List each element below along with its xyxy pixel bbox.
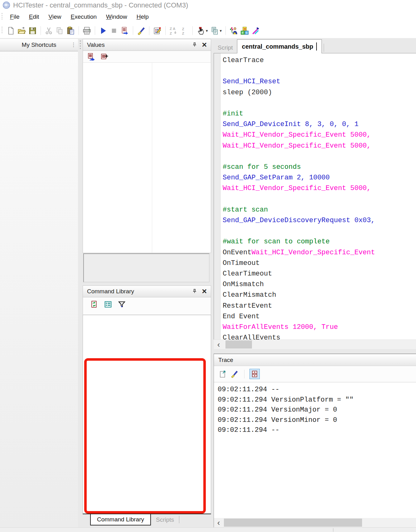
code-line: OnTimeout xyxy=(223,258,375,269)
scrollbar-thumb[interactable] xyxy=(224,519,362,527)
cut-button[interactable] xyxy=(44,25,54,36)
main-toolbar: ZAZZZ▾▾HFC xyxy=(0,23,416,38)
toolbar-gripper[interactable] xyxy=(2,27,2,34)
command-library-list[interactable] xyxy=(83,315,211,514)
scrollbar-thumb[interactable] xyxy=(225,340,252,349)
code-line: ClearTimeout xyxy=(223,269,375,279)
cut-icon xyxy=(45,27,53,35)
tab-script[interactable]: Script xyxy=(214,42,237,53)
dropdown-arrow-icon[interactable]: ▾ xyxy=(220,28,222,33)
stop-button[interactable] xyxy=(109,25,119,36)
new-file-button[interactable] xyxy=(6,25,16,36)
editor-horizontal-scrollbar[interactable]: ‹ xyxy=(214,339,416,349)
sort-z-button[interactable]: ZZ xyxy=(180,25,189,36)
toolbar-separator xyxy=(41,26,41,35)
open-file-icon xyxy=(17,27,26,35)
values-panel: Values ✕ xyxy=(83,39,211,253)
command-library-header[interactable]: Command Library ✕ xyxy=(83,286,211,297)
record-actions-button[interactable]: ▾ xyxy=(196,25,209,36)
panel-menu-dots-icon[interactable]: ⋮ xyxy=(71,41,76,48)
copy-button[interactable] xyxy=(55,25,65,36)
tab-label: central_commands_sbp xyxy=(242,43,313,50)
script-properties-icon xyxy=(153,27,162,35)
export-values-icon xyxy=(87,53,95,61)
trace-lines: 09:02:11.294 --09:02:11.294 VersionPlatf… xyxy=(214,383,416,436)
run-button[interactable] xyxy=(98,25,108,36)
code-line: Send_GAP_DeviceDiscoveryRequest 0x03, xyxy=(223,215,375,226)
script-properties-button[interactable] xyxy=(152,25,162,36)
bottom-tab-scripts[interactable]: Scripts xyxy=(151,514,179,525)
script-tab-bar: Scriptcentral_commands_sbp xyxy=(214,39,416,53)
tab-central-commands-sbp[interactable]: central_commands_sbp xyxy=(237,39,322,53)
copy-icon xyxy=(56,27,64,35)
abc-blocks-icon: HFC xyxy=(240,27,249,35)
script-editor[interactable]: ClearTrace Send_HCI_Resetsleep (2000) #i… xyxy=(214,53,416,339)
details-view-icon xyxy=(104,300,112,308)
refresh-library-icon xyxy=(90,300,98,308)
value-edit-area xyxy=(83,253,210,282)
filter-button[interactable] xyxy=(117,300,126,309)
values-header[interactable]: Values ✕ xyxy=(83,39,211,51)
status-bar-divider xyxy=(333,528,333,532)
menu-bar: FileEditViewExecutionWindowHelp xyxy=(0,11,416,23)
menu-window[interactable]: Window xyxy=(101,11,132,23)
autoscroll-button[interactable] xyxy=(250,370,259,378)
paste-button[interactable] xyxy=(66,25,75,36)
title-bar[interactable]: HCITester - central_commands_sbp - Conne… xyxy=(0,0,416,11)
open-file-button[interactable] xyxy=(17,25,27,36)
sort-za-button[interactable]: ZAZ xyxy=(169,25,178,36)
save-file-icon xyxy=(28,27,37,35)
export-trace-button[interactable] xyxy=(218,370,227,378)
menu-view[interactable]: View xyxy=(44,11,66,23)
filter-icon xyxy=(118,300,126,308)
trace-header[interactable]: Trace xyxy=(214,354,416,366)
command-library-toolbar xyxy=(83,297,211,315)
clear-screens-button[interactable] xyxy=(136,25,146,36)
dock-column: Values ✕ Command Library xyxy=(83,38,211,527)
trace-horizontal-scrollbar[interactable]: ‹ xyxy=(214,518,416,527)
dropdown-arrow-icon[interactable]: ▾ xyxy=(206,28,208,33)
menu-file[interactable]: File xyxy=(5,11,24,23)
trace-toolbar xyxy=(214,366,416,382)
scroll-left-icon[interactable]: ‹ xyxy=(214,340,223,349)
close-icon[interactable]: ✕ xyxy=(201,287,207,295)
scroll-left-icon[interactable]: ‹ xyxy=(214,518,223,527)
save-file-button[interactable] xyxy=(28,25,37,36)
add-value-button[interactable] xyxy=(100,52,109,61)
autoscroll-toggle[interactable] xyxy=(249,369,260,379)
code-line: Send_GAP_DeviceInit 8, 3, 0, 0, 1 xyxy=(223,119,375,130)
bottom-tab-command-library[interactable]: Command Library xyxy=(90,514,151,525)
close-icon[interactable]: ✕ xyxy=(201,41,207,49)
values-column-divider[interactable] xyxy=(152,63,152,253)
refresh-library-button[interactable] xyxy=(90,300,99,309)
document-area: Scriptcentral_commands_sbp ClearTrace Se… xyxy=(214,38,416,527)
my-shortcuts-header[interactable]: My Shortcuts ⋮ xyxy=(0,39,78,51)
clear-trace-button[interactable] xyxy=(230,370,239,378)
run-to-line-button[interactable] xyxy=(120,25,130,36)
wizard-button[interactable] xyxy=(229,25,239,36)
menu-edit[interactable]: Edit xyxy=(24,11,44,23)
column-splitter[interactable] xyxy=(80,41,81,50)
export-values-button[interactable] xyxy=(87,52,95,61)
trace-title: Trace xyxy=(218,357,233,364)
menubar-gripper[interactable] xyxy=(2,13,2,21)
print-button[interactable] xyxy=(82,25,92,36)
menu-help[interactable]: Help xyxy=(132,11,153,23)
abc-blocks-button[interactable]: HFC xyxy=(240,25,249,36)
pin-icon[interactable] xyxy=(191,288,198,295)
script-code[interactable]: ClearTrace Send_HCI_Resetsleep (2000) #i… xyxy=(223,55,375,339)
pin-icon[interactable] xyxy=(191,42,198,48)
details-view-button[interactable] xyxy=(104,300,112,309)
code-line xyxy=(223,194,375,205)
signal-edit-button[interactable] xyxy=(251,25,260,36)
paste-icon xyxy=(66,27,75,35)
menu-execution[interactable]: Execution xyxy=(66,11,101,23)
values-list[interactable] xyxy=(83,63,211,253)
toolbar-items: ZAZZZ▾▾HFC xyxy=(5,23,261,38)
print-icon xyxy=(83,27,91,35)
trace-line: 09:02:11.294 VersionMajor = 0 xyxy=(218,405,416,415)
wizard-icon xyxy=(230,27,238,35)
trace-log[interactable]: 09:02:11.294 --09:02:11.294 VersionPlatf… xyxy=(214,383,416,518)
copy-special-button[interactable]: ▾ xyxy=(210,25,223,36)
trace-line: 09:02:11.294 -- xyxy=(218,385,416,395)
